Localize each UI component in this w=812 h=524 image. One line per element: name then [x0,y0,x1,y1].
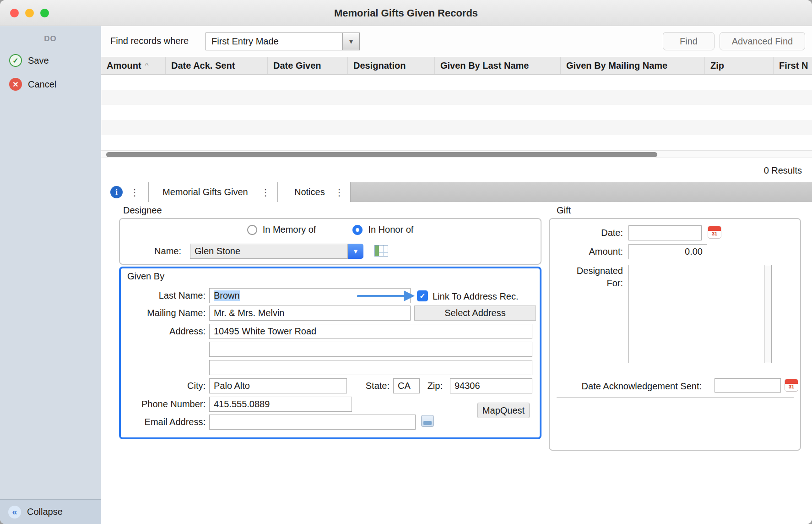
chevron-down-icon [349,37,353,46]
column-header-designation[interactable]: Designation [348,57,435,74]
table-row [101,120,812,135]
given-by-section-label: Given By [127,271,164,282]
phone-number-input[interactable]: 415.555.0889 [209,397,352,412]
date-ack-sent-input[interactable] [715,378,781,393]
minimize-window-button[interactable] [25,9,34,17]
radio-label: In Honor of [368,224,413,235]
spreadsheet-icon[interactable] [374,245,388,257]
designee-name-value: Glen Stone [195,246,240,257]
find-field-selected-value: First Entry Made [206,36,342,47]
name-label: Name: [120,246,181,257]
kebab-menu-icon[interactable] [335,188,344,197]
scrollbar-thumb[interactable] [106,152,657,157]
designee-name-input[interactable]: Glen Stone [190,244,348,259]
radio-label: In Memory of [263,224,316,235]
table-row [101,90,812,105]
email-icon[interactable] [421,415,434,427]
find-records-where-label: Find records where [110,36,189,46]
city-value: Palo Alto [214,381,250,391]
gift-amount-input[interactable]: 0.00 [628,244,707,259]
zoom-window-button[interactable] [40,9,49,17]
table-row [101,75,812,90]
calendar-icon[interactable] [785,379,798,392]
designee-section: In Memory of In Honor of Name: Glen Ston… [119,218,541,265]
vertical-scrollbar[interactable] [764,265,771,363]
tab-memorial-gifts-given[interactable]: Memorial Gifts Given [149,182,278,202]
address-line2-input[interactable] [209,342,532,357]
column-header-date-ack-sent[interactable]: Date Ack. Sent [166,57,268,74]
table-row [101,135,812,150]
state-input[interactable]: CA [393,378,420,393]
email-address-input[interactable] [209,415,416,430]
tab-bar: Memorial Gifts Given Notices [101,182,812,202]
collapse-label: Collapse [27,507,63,517]
designee-section-label: Designee [123,205,162,216]
calendar-icon[interactable] [708,226,721,239]
check-circle-icon [9,54,22,67]
in-honor-of-radio[interactable]: In Honor of [352,224,413,235]
column-header-given-by-mailing-name[interactable]: Given By Mailing Name [561,57,705,74]
column-header-given-by-last-name[interactable]: Given By Last Name [435,57,561,74]
last-name-label: Last Name: [125,290,206,301]
address-line1-value: 10495 White Tower Road [214,326,316,337]
zip-value: 94306 [455,381,480,391]
app-window: Memorial Gifts Given Records DO Save Can… [0,0,812,524]
phone-number-label: Phone Number: [125,399,206,409]
gift-date-input[interactable] [628,225,702,240]
address-line3-input[interactable] [209,360,532,375]
radio-selected-icon [352,225,363,235]
save-button[interactable]: Save [0,51,101,70]
tab-notices[interactable]: Notices [278,182,351,202]
mailing-name-input[interactable]: Mr. & Mrs. Melvin [209,306,411,321]
zip-input[interactable]: 94306 [450,378,532,393]
close-window-button[interactable] [10,9,19,17]
gift-date-label: Date: [550,228,623,238]
collapse-sidebar-button[interactable]: Collapse [0,499,101,524]
tab-label: Memorial Gifts Given [162,187,248,197]
column-label: Amount [107,60,141,71]
advanced-find-button[interactable]: Advanced Find [720,32,805,50]
link-to-address-checkbox[interactable] [417,290,428,301]
gift-section-label: Gift [557,205,571,216]
sidebar: DO Save Cancel Collapse [0,26,101,524]
sort-ascending-icon: ^ [145,61,149,71]
date-ack-sent-label: Date Acknowledgement Sent: [550,381,702,392]
mapquest-button[interactable]: MapQuest [477,403,530,418]
column-label: Zip [710,60,724,71]
info-icon[interactable] [110,186,123,198]
select-address-button[interactable]: Select Address [414,306,536,321]
state-label: State: [359,381,390,391]
designated-for-textarea[interactable] [628,265,772,363]
phone-number-value: 415.555.0889 [214,399,270,409]
tab-label: Notices [294,187,325,197]
dropdown-button[interactable] [342,33,359,50]
chevron-down-icon [354,247,357,256]
double-chevron-left-icon [8,506,21,519]
city-input[interactable]: Palo Alto [209,378,347,393]
column-label: Designation [353,60,406,71]
gift-section: Date: Amount: 0.00 Designated For: Date … [549,218,801,451]
save-label: Save [28,55,49,66]
find-field-dropdown[interactable]: First Entry Made [206,33,360,50]
horizontal-scrollbar [101,150,812,158]
name-dropdown-button[interactable] [348,244,363,259]
checkmark-icon [419,292,425,300]
record-form: Designee In Memory of In Honor of Name: … [101,202,812,524]
zip-label: Zip: [418,381,443,391]
column-header-zip[interactable]: Zip [705,57,774,74]
column-label: Date Given [273,60,321,71]
results-table-header: Amount ^ Date Ack. Sent Date Given Desig… [101,57,812,75]
gift-amount-label: Amount: [550,246,623,257]
column-header-first-name[interactable]: First N [774,57,812,74]
kebab-menu-icon[interactable] [261,188,270,197]
address-line1-input[interactable]: 10495 White Tower Road [209,324,532,339]
kebab-menu-icon[interactable] [130,188,139,197]
column-header-date-given[interactable]: Date Given [268,57,348,74]
in-memory-of-radio[interactable]: In Memory of [247,224,316,235]
designee-radio-group: In Memory of In Honor of [120,224,541,235]
find-button[interactable]: Find [663,32,715,50]
results-count-row: 0 Results [101,158,812,182]
column-header-amount[interactable]: Amount ^ [101,57,166,74]
radio-unselected-icon [247,225,257,235]
cancel-button[interactable]: Cancel [0,75,101,93]
